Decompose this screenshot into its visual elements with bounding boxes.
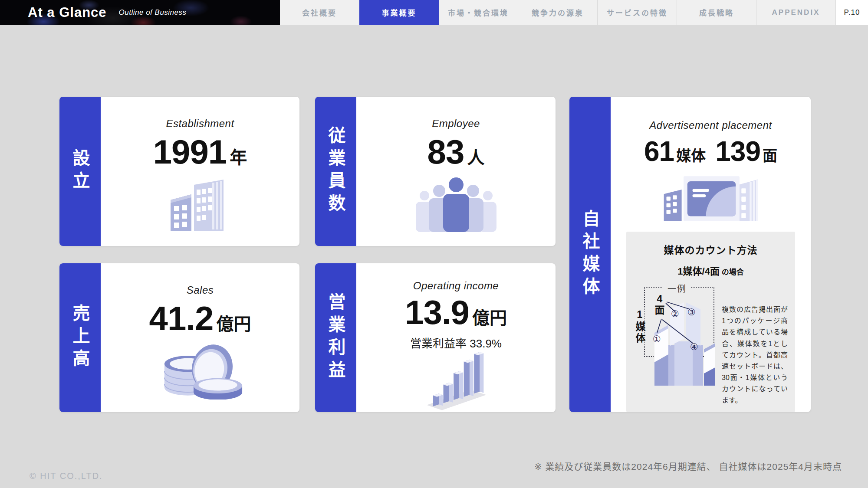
tab-appendix[interactable]: APPENDIX	[756, 0, 836, 25]
count-arrows	[634, 281, 720, 385]
slide-title-banner: At a Glance Outline of Business	[0, 0, 280, 25]
english-label: Sales	[187, 284, 214, 296]
tab-market-competition[interactable]: 市場・競合環境	[439, 0, 518, 25]
category-label: 従業員数	[327, 126, 345, 216]
english-label: Advertisement placement	[649, 119, 772, 131]
category-bar-establishment: 設立	[59, 97, 101, 246]
card-sales: 売上高 Sales 41.2 億円	[59, 263, 299, 412]
english-label: Establishment	[166, 118, 234, 130]
tab-company-overview[interactable]: 会社概要	[280, 0, 359, 25]
card-establishment: 設立 Establishment 1991 年	[59, 97, 299, 246]
buildings-illustration	[165, 176, 235, 231]
circled-number-3: ③	[687, 308, 696, 317]
people-illustration	[411, 175, 501, 232]
operating-income-value: 13.9 億円	[405, 295, 507, 329]
page-subtitle: Outline of Business	[119, 8, 187, 17]
english-label: Operating income	[413, 280, 499, 292]
circled-number-2: ②	[671, 309, 679, 318]
card-operating-income: 営業利益 Operating income 13.9 億円 営業利益率 33.9…	[315, 263, 556, 412]
category-bar-employee: 従業員数	[315, 97, 356, 246]
copyright: © HIT CO.,LTD.	[30, 471, 103, 481]
circled-number-1: ①	[653, 334, 661, 344]
top-navigation-bar: At a Glance Outline of Business 会社概要 事業概…	[0, 0, 868, 25]
circled-number-4: ④	[690, 342, 698, 351]
example-label: 一例	[663, 282, 691, 295]
establishment-value: 1991 年	[153, 135, 247, 169]
media-count-method-box: 媒体のカウント方法 1媒体/4面 の場合	[626, 232, 795, 412]
billboard-buildings-illustration	[643, 173, 779, 221]
tab-growth-strategy[interactable]: 成長戦略	[677, 0, 756, 25]
page-number: P.10	[836, 0, 868, 25]
count-method-case: 1媒体/4面 の場合	[634, 263, 788, 277]
tab-business-overview[interactable]: 事業概要	[359, 0, 439, 25]
growth-bar-chart-illustration	[413, 351, 500, 412]
card-employee: 従業員数 Employee 83 人	[315, 97, 556, 246]
category-label: 自社媒体	[582, 210, 599, 300]
footnote: ※ 業績及び従業員数は2024年6月期連結、 自社媒体は2025年4月末時点	[534, 459, 842, 472]
one-media-label: 1媒体	[635, 307, 644, 346]
tab-competitive-strength[interactable]: 競争力の源泉	[518, 0, 598, 25]
category-label: 営業利益	[327, 293, 345, 383]
english-label: Employee	[432, 118, 480, 130]
category-bar-operating-income: 営業利益	[315, 263, 356, 412]
tab-service-features[interactable]: サービスの特徴	[598, 0, 677, 25]
category-bar-sales: 売上高	[59, 263, 101, 412]
count-method-diagram: 一例 4面 1媒体 ① ② ③ ④	[634, 281, 720, 385]
category-bar-own-media: 自社媒体	[569, 97, 611, 412]
four-faces-label: 4面	[654, 294, 666, 316]
card-own-media: 自社媒体 Advertisement placement 61 媒体 139 面	[569, 97, 811, 412]
sales-value: 41.2 億円	[149, 301, 251, 335]
category-label: 売上高	[72, 304, 89, 372]
page-title: At a Glance	[28, 5, 107, 20]
count-method-description: 複数の広告掲出面が1つのパッケージ商品を構成している場合、媒体数を1としてカウン…	[722, 304, 788, 406]
own-media-value: 61 媒体 139 面	[644, 138, 777, 165]
coins-illustration	[153, 339, 247, 400]
operating-margin-label: 営業利益率 33.9%	[410, 334, 502, 350]
count-method-title: 媒体のカウント方法	[634, 242, 788, 257]
category-label: 設立	[72, 149, 89, 194]
employee-value: 83 人	[427, 135, 485, 169]
